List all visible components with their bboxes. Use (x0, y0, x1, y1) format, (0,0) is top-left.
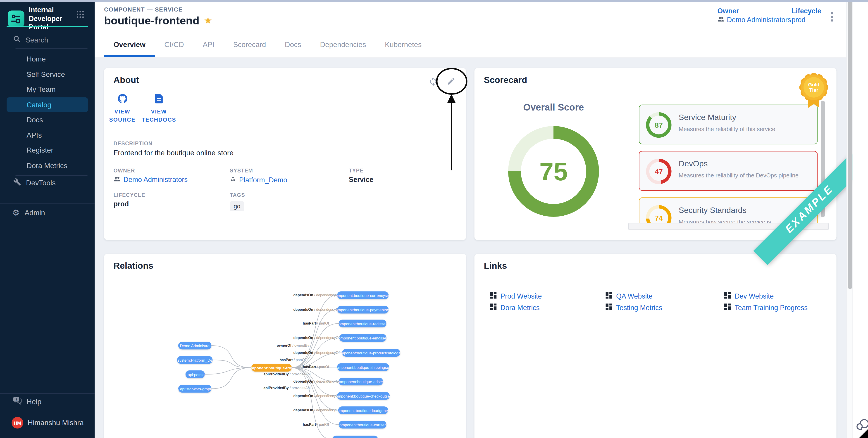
owner-label: Owner (717, 7, 791, 15)
tab-dependencies[interactable]: Dependencies (311, 31, 376, 57)
graph-node-component-boutique-shippingservice[interactable]: component:boutique-shippingservice (337, 363, 389, 371)
help-chat-icon: ? (13, 396, 22, 406)
lifecycle-label: Lifecycle (792, 7, 821, 15)
description-field: DESCRIPTION Frontend for the boutique on… (114, 140, 234, 157)
logo-icon (8, 11, 24, 27)
graph-node-system-platform-demo[interactable]: system:Platform_Demo (177, 356, 213, 364)
edge-label: hasPart / partOf (303, 321, 329, 325)
graph-node-component-boutique-frontend[interactable]: component:boutique-frontend (251, 364, 292, 372)
owner-entity-link[interactable]: Demo Administrators (114, 176, 188, 183)
tab-scorecard[interactable]: Scorecard (224, 31, 275, 57)
graph-node-node[interactable] (332, 436, 378, 438)
app-window: Internal Developer Portal Search HomeSel… (0, 0, 868, 438)
metric-devops[interactable]: 47DevOpsMeasures the reliability of the … (639, 151, 817, 191)
github-icon (118, 96, 127, 105)
sidebar-item-admin[interactable]: ⚙ Admin (12, 208, 45, 217)
tab-kubernetes[interactable]: Kubernetes (375, 31, 431, 57)
chat-bubbles-icon[interactable] (855, 418, 868, 434)
scorecard-metric-list: 87Service MaturityMeasures the reliabili… (639, 104, 817, 223)
sidebar-item-register[interactable]: Register (6, 143, 88, 158)
links-title: Links (484, 261, 507, 271)
link-testing-metrics[interactable]: Testing Metrics (606, 304, 662, 312)
refresh-icon[interactable] (429, 77, 438, 87)
tab-ci-cd[interactable]: CI/CD (155, 31, 193, 57)
page-scrollbar[interactable] (846, 0, 852, 438)
graph-node-component-boutique-cartservice[interactable]: component:boutique-cartservice (339, 421, 386, 429)
link-dora-metrics[interactable]: Dora Metrics (490, 304, 540, 312)
sidebar-item-catalog[interactable]: Catalog (6, 97, 88, 112)
tag-chip[interactable]: go (230, 201, 244, 211)
search-label: Search (26, 36, 49, 44)
dashboard-icon (606, 292, 612, 300)
sidebar-item-dora-metrics[interactable]: Dora Metrics (6, 158, 88, 173)
graph-node-component-boutique-paymentservice[interactable]: component:boutique-paymentservice (337, 306, 389, 313)
tab-overview[interactable]: Overview (104, 31, 155, 57)
dashboard-icon (490, 292, 496, 300)
api-icon (186, 372, 187, 377)
metric-description: Measures the reliability of the DevOps p… (679, 172, 799, 178)
graph-node-component-boutique-emailservice[interactable]: component:boutique-emailservice (339, 334, 386, 342)
sidebar-item-self-service[interactable]: Self Service (6, 67, 88, 82)
tab-api[interactable]: API (193, 31, 223, 57)
entity-tabs: OverviewCI/CDAPIScorecardDocsDependencie… (95, 31, 846, 58)
about-card: About VIEWSOURCE VIEWTECHDOCS DESCRIPTIO… (104, 68, 466, 240)
system-field: SYSTEM Platform_Demo (230, 167, 287, 184)
user-name: Himanshu Mishra (28, 418, 84, 427)
sidebar-item-docs[interactable]: Docs (6, 112, 88, 128)
overall-score-label: Overall Score (507, 102, 599, 113)
system-icon (230, 176, 236, 184)
edge-label: apiProvidedBy / providesApi (264, 372, 311, 376)
graph-node-component-boutique-productcatalogservice[interactable]: component:boutique-productcatalogservice (342, 349, 400, 357)
page-title: boutique-frontend ★ (104, 14, 212, 27)
tab-docs[interactable]: Docs (275, 31, 311, 57)
sidebar-item-my-team[interactable]: My Team (6, 82, 88, 97)
graph-node-component-boutique-adservice[interactable]: component:boutique-adservice (339, 378, 383, 385)
favorite-star-icon[interactable]: ★ (204, 15, 212, 27)
sidebar-item-help[interactable]: ? Help (13, 396, 41, 406)
top-strip (0, 0, 868, 2)
metric-service-maturity[interactable]: 87Service MaturityMeasures the reliabili… (639, 104, 817, 144)
link-qa-website[interactable]: QA Website (606, 292, 652, 300)
graph-node-component-boutique-checkoutservice[interactable]: component:boutique-checkoutservice (337, 392, 390, 400)
graph-node-demo-administrators[interactable]: Demo Administrators (178, 342, 212, 349)
link-dev-website[interactable]: Dev Website (724, 292, 774, 300)
page-scrollbar-thumb[interactable] (848, 1, 852, 289)
graph-node-component-boutique-loadgenerator[interactable]: component:boutique-loadgenerator (338, 406, 388, 414)
sidebar-item-apis[interactable]: APIs (6, 128, 88, 143)
link-team-training-progress[interactable]: Team Training Progress (724, 304, 808, 312)
type-field: TYPE Service (349, 167, 373, 183)
edge-label: ownerOf / ownedBy (277, 343, 309, 347)
edge-label: dependsOn / dependencyOf (293, 379, 340, 383)
edge-label: dependsOn / dependencyOf (293, 408, 340, 412)
view-source-button[interactable]: VIEWSOURCE (106, 94, 138, 124)
view-techdocs-button[interactable]: VIEWTECHDOCS (141, 94, 177, 124)
more-options-icon[interactable] (829, 10, 835, 24)
owner-link[interactable]: Demo Administrators (717, 16, 791, 24)
metric-name: DevOps (679, 159, 708, 168)
dashboard-icon (724, 292, 731, 300)
system-entity-link[interactable]: Platform_Demo (230, 176, 287, 184)
sidebar-item-home[interactable]: Home (6, 52, 88, 67)
divider (16, 48, 88, 48)
app-logo[interactable]: Internal Developer Portal (8, 6, 78, 32)
sidebar-search[interactable]: Search (13, 35, 49, 44)
graph-node-component-boutique-currencyservice[interactable]: component:boutique-currencyservice (337, 291, 389, 299)
sidebar-item-devtools[interactable]: DevTools (13, 178, 56, 188)
edit-pencil-icon[interactable] (447, 77, 457, 87)
header-lifecycle: Lifecycle prod (792, 7, 821, 24)
relations-graph: ownerOf / ownedByDemo AdministratorshasP… (104, 254, 466, 438)
metric-gauge: 87 (646, 112, 672, 138)
sidebar: Internal Developer Portal Search HomeSel… (0, 0, 95, 438)
apps-grid-icon[interactable] (76, 10, 84, 20)
sidebar-nav: HomeSelf ServiceMy TeamCatalogDocsAPIsRe… (0, 52, 95, 173)
graph-node-api-petstore[interactable]: api:petstore (186, 370, 205, 378)
avatar: HM (11, 417, 23, 429)
metric-description: Measures how secure the service is (679, 218, 771, 223)
graph-node-api-starwars-graphql[interactable]: api:starwars-graphql (178, 385, 212, 393)
graph-node-component-boutique-redisservice[interactable]: component:boutique-redisservice (339, 319, 386, 327)
link-prod-website[interactable]: Prod Website (490, 292, 542, 300)
user-menu[interactable]: HM Himanshu Mishra (11, 417, 84, 429)
metric-gauge: 47 (646, 159, 672, 184)
wrench-icon (13, 178, 21, 188)
metric-name: Service Maturity (679, 113, 736, 122)
